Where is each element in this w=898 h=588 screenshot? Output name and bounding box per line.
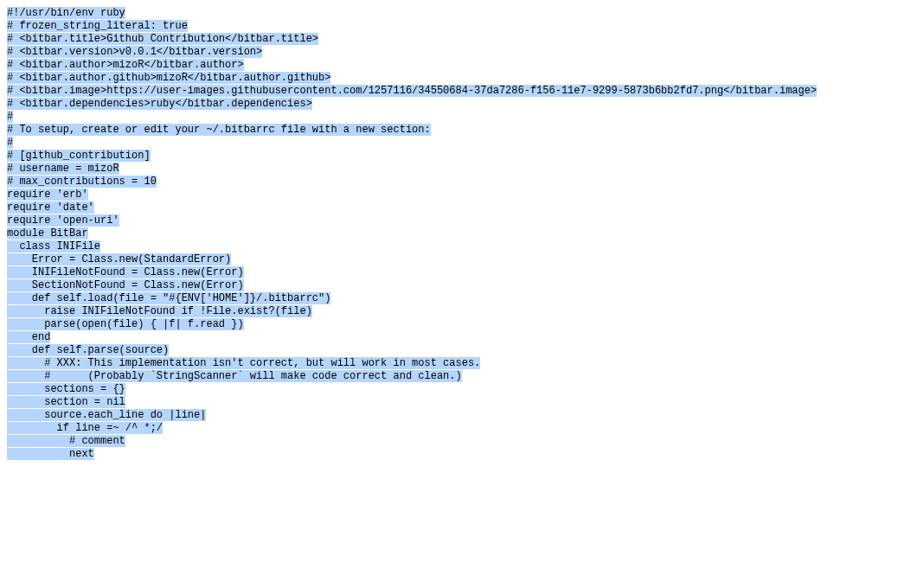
- selected-text: # <bitbar.image>https://user-images.gith…: [7, 85, 817, 97]
- code-line: SectionNotFound = Class.new(Error): [7, 279, 891, 292]
- code-line: #!/usr/bin/env ruby: [7, 7, 891, 20]
- selected-text: section = nil: [7, 396, 125, 408]
- code-line: def self.load(file = "#{ENV['HOME']}/.bi…: [7, 292, 891, 305]
- selected-text: end: [7, 331, 50, 343]
- selected-text: # username = mizoR: [7, 163, 119, 175]
- selected-text: Error = Class.new(StandardError): [7, 253, 231, 265]
- selected-text: class INIFile: [7, 240, 100, 252]
- code-line: # <bitbar.title>Github Contribution</bit…: [7, 33, 891, 46]
- code-line: Error = Class.new(StandardError): [7, 253, 891, 266]
- code-line: # <bitbar.image>https://user-images.gith…: [7, 85, 891, 98]
- selected-text: #!/usr/bin/env ruby: [7, 7, 125, 19]
- code-line: # <bitbar.version>v0.0.1</bitbar.version…: [7, 46, 891, 59]
- selected-text: # <bitbar.author>mizoR</bitbar.author>: [7, 59, 244, 71]
- code-line: # <bitbar.author>mizoR</bitbar.author>: [7, 59, 891, 72]
- selected-text: def self.parse(source): [7, 344, 169, 356]
- selected-text: module BitBar: [7, 227, 88, 240]
- selected-text: source.each_line do |line|: [7, 409, 206, 421]
- code-line: def self.parse(source): [7, 344, 891, 357]
- code-block: #!/usr/bin/env ruby# frozen_string_liter…: [7, 7, 891, 461]
- code-line: # comment: [7, 435, 891, 448]
- selected-text: SectionNotFound = Class.new(Error): [7, 279, 244, 291]
- code-line: # max_contributions = 10: [7, 176, 891, 189]
- code-line: module BitBar: [7, 227, 891, 240]
- selected-text: # comment: [7, 435, 125, 447]
- code-line: class INIFile: [7, 240, 891, 253]
- selected-text: # <bitbar.version>v0.0.1</bitbar.version…: [7, 46, 262, 58]
- code-line: end: [7, 331, 891, 344]
- code-line: # username = mizoR: [7, 163, 891, 176]
- selected-text: # (Probably `StringScanner` will make co…: [7, 370, 462, 382]
- code-line: source.each_line do |line|: [7, 409, 891, 422]
- selected-text: # To setup, create or edit your ~/.bitba…: [7, 124, 431, 136]
- code-line: # frozen_string_literal: true: [7, 20, 891, 33]
- code-line: sections = {}: [7, 383, 891, 396]
- code-line: # <bitbar.dependencies>ruby</bitbar.depe…: [7, 98, 891, 111]
- selected-text: parse(open(file) { |f| f.read }): [7, 318, 244, 330]
- selected-text: # max_contributions = 10: [7, 176, 157, 188]
- selected-text: # <bitbar.author.github>mizoR</bitbar.au…: [7, 72, 330, 84]
- selected-text: def self.load(file = "#{ENV['HOME']}/.bi…: [7, 292, 330, 304]
- code-line: #: [7, 137, 891, 150]
- code-line: #: [7, 111, 891, 124]
- selected-text: #: [7, 137, 13, 149]
- selected-text: # <bitbar.dependencies>ruby</bitbar.depe…: [7, 98, 312, 110]
- code-line: # [github_contribution]: [7, 150, 891, 163]
- selected-text: next: [7, 448, 94, 460]
- code-line: # <bitbar.author.github>mizoR</bitbar.au…: [7, 72, 891, 85]
- selected-text: #: [7, 111, 13, 123]
- code-line: require 'date': [7, 201, 891, 214]
- selected-text: require 'open-uri': [7, 214, 119, 227]
- selected-text: require 'date': [7, 201, 94, 214]
- code-line: if line =~ /^ *;/: [7, 422, 891, 435]
- code-line: require 'erb': [7, 189, 891, 201]
- code-line: INIFileNotFound = Class.new(Error): [7, 266, 891, 279]
- selected-text: INIFileNotFound = Class.new(Error): [7, 266, 244, 278]
- code-line: # (Probably `StringScanner` will make co…: [7, 370, 891, 383]
- code-line: raise INIFileNotFound if !File.exist?(fi…: [7, 305, 891, 318]
- selected-text: require 'erb': [7, 189, 88, 201]
- code-line: # To setup, create or edit your ~/.bitba…: [7, 124, 891, 137]
- selected-text: sections = {}: [7, 383, 125, 395]
- selected-text: if line =~ /^ *;/: [7, 422, 163, 434]
- code-line: parse(open(file) { |f| f.read }): [7, 318, 891, 331]
- code-line: # XXX: This implementation isn't correct…: [7, 357, 891, 370]
- code-line: next: [7, 448, 891, 461]
- code-line: section = nil: [7, 396, 891, 409]
- selected-text: # frozen_string_literal: true: [7, 20, 188, 32]
- code-line: require 'open-uri': [7, 214, 891, 227]
- selected-text: raise INIFileNotFound if !File.exist?(fi…: [7, 305, 312, 317]
- selected-text: # [github_contribution]: [7, 150, 151, 162]
- selected-text: # XXX: This implementation isn't correct…: [7, 357, 480, 369]
- selected-text: # <bitbar.title>Github Contribution</bit…: [7, 33, 318, 45]
